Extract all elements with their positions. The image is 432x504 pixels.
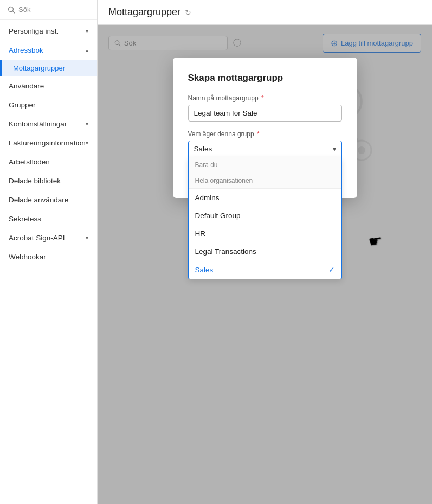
owner-label: Vem äger denna grupp * xyxy=(188,130,342,138)
sidebar-item-label: Faktureringsinformation xyxy=(9,139,86,147)
dropdown-section-bara-du: Bara du xyxy=(189,157,341,173)
main-content: Mottagargrupper ↻ ⓘ ⊕ Lägg till mottagar… xyxy=(98,0,432,504)
chevron-down-icon: ▾ xyxy=(86,121,88,127)
sidebar-item-anvandare[interactable]: Användare xyxy=(0,76,97,95)
sidebar-item-webhookar[interactable]: Webhookar xyxy=(0,247,97,266)
modal-title: Skapa mottagargrupp xyxy=(188,73,342,84)
dropdown-item-hr[interactable]: HR xyxy=(189,225,341,243)
sidebar-item-label: Grupper xyxy=(9,101,36,109)
sidebar-item-label: Arbetsflöden xyxy=(9,158,50,166)
dropdown-item-sales[interactable]: Sales ✓ xyxy=(189,260,341,279)
name-form-group: Namn på mottagargrupp * xyxy=(188,94,342,122)
required-star: * xyxy=(261,94,264,102)
sidebar-item-label: Adressbok xyxy=(9,46,43,54)
owner-dropdown-trigger[interactable]: Sales ▾ xyxy=(188,141,342,157)
sidebar-item-label: Sekretess xyxy=(9,215,41,223)
sidebar-item-delade-bibliotek[interactable]: Delade bibliotek xyxy=(0,171,97,190)
owner-dropdown: Sales ▾ Bara du xyxy=(188,141,342,157)
content-area: ⓘ ⊕ Lägg till mottagargrupp Inga mottaga… xyxy=(98,25,432,504)
modal-overlay: Skapa mottagargrupp Namn på mottagargrup… xyxy=(98,25,432,504)
sidebar-item-arbetsfloden[interactable]: Arbetsflöden xyxy=(0,152,97,171)
svg-line-1 xyxy=(12,11,15,13)
sidebar: Sök Personliga inst. ▾ Adressbok ▴ Motta… xyxy=(0,0,98,504)
sidebar-item-kontoinstellningar[interactable]: Kontoinställningar ▾ xyxy=(0,114,97,133)
sidebar-item-label: Kontoinställningar xyxy=(9,120,67,128)
required-star-2: * xyxy=(257,130,260,138)
check-icon: ✓ xyxy=(328,265,335,274)
chevron-down-icon: ▾ xyxy=(86,140,88,146)
chevron-down-icon: ▾ xyxy=(333,145,336,153)
sidebar-item-fakturering[interactable]: Faktureringsinformation ▾ xyxy=(0,133,97,152)
dropdown-item-default-group[interactable]: Default Group xyxy=(189,207,341,225)
search-icon xyxy=(8,6,15,14)
chevron-down-icon: ▾ xyxy=(86,28,88,34)
owner-form-group: Vem äger denna grupp * Sales ▾ xyxy=(188,130,342,157)
sidebar-item-grupper[interactable]: Grupper xyxy=(0,95,97,114)
name-label: Namn på mottagargrupp * xyxy=(188,94,342,102)
sidebar-item-mottagargrupper[interactable]: Mottagargrupper xyxy=(0,60,97,76)
topbar: Mottagargrupper ↻ xyxy=(98,0,432,25)
sidebar-item-adressbok[interactable]: Adressbok ▴ xyxy=(0,41,97,60)
sidebar-item-label: Delade bibliotek xyxy=(9,177,61,185)
chevron-up-icon: ▴ xyxy=(86,47,88,53)
sidebar-nav: Personliga inst. ▾ Adressbok ▴ Mottagarg… xyxy=(0,20,97,504)
sidebar-item-sekretess[interactable]: Sekretess xyxy=(0,209,97,228)
sidebar-item-label: Delade användare xyxy=(9,196,68,204)
dropdown-item-legal-transactions[interactable]: Legal Transactions xyxy=(189,243,341,260)
group-name-input[interactable] xyxy=(188,105,342,122)
dropdown-item-admins[interactable]: Admins xyxy=(189,189,341,207)
sidebar-item-label: Användare xyxy=(9,82,44,90)
owner-dropdown-list: Bara du Hela organisationen xyxy=(188,157,342,279)
sidebar-search-label: Sök xyxy=(18,5,30,14)
sidebar-item-label: Webhookar xyxy=(9,253,46,261)
sidebar-item-acrobat-sign-api[interactable]: Acrobat Sign-API ▾ xyxy=(0,228,97,247)
sidebar-item-label: Personliga inst. xyxy=(9,27,59,35)
sidebar-subitem-label: Mottagargrupper xyxy=(13,64,65,72)
chevron-down-icon: ▾ xyxy=(86,235,88,241)
refresh-icon[interactable]: ↻ xyxy=(185,8,191,17)
create-group-modal: Skapa mottagargrupp Namn på mottagargrup… xyxy=(173,58,357,198)
sidebar-item-personal[interactable]: Personliga inst. ▾ xyxy=(0,22,97,41)
sidebar-search[interactable]: Sök xyxy=(0,0,97,20)
sidebar-item-delade-anvandare[interactable]: Delade användare xyxy=(0,190,97,209)
dropdown-section-hela-org: Hela organisationen xyxy=(189,173,341,188)
sidebar-item-label: Acrobat Sign-API xyxy=(9,234,65,242)
page-title: Mottagargrupper xyxy=(108,7,180,18)
owner-selected-value: Sales xyxy=(194,145,212,153)
